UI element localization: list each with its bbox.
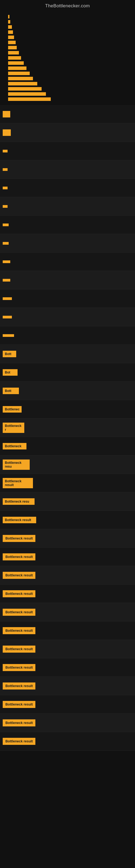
chart-bar-fill: [8, 87, 42, 91]
result-item: [0, 289, 135, 308]
result-item: Bottleneck result: [0, 732, 135, 750]
chart-bar-row: [8, 35, 131, 39]
orange-label: [3, 187, 8, 189]
chart-bar-fill: [8, 51, 19, 55]
orange-label: Bottleneck result: [3, 664, 35, 671]
chart-bar-fill: [8, 82, 37, 86]
result-item: Bottleneck result: [0, 640, 135, 658]
chart-bar-fill: [8, 41, 16, 44]
chart-bar-fill: [8, 20, 10, 24]
result-item: Bottleneck result: [0, 566, 135, 585]
orange-label: Bottleneck result: [3, 701, 35, 708]
page-wrapper: TheBottlenecker.com: [0, 0, 135, 868]
result-item: Bottleneck r: [0, 418, 135, 437]
result-item: [0, 197, 135, 216]
result-item: Bottleneck resu: [0, 492, 135, 511]
result-item: Bottleneck resu: [0, 456, 135, 474]
result-item: [0, 252, 135, 271]
result-item: [0, 142, 135, 160]
result-item-2176: Bottleneck result: [0, 529, 135, 548]
chart-bar-fill: [8, 35, 14, 39]
chart-bar-row: [8, 15, 131, 19]
chart-bar-row: [8, 51, 131, 55]
orange-label: [3, 316, 12, 318]
chart-bar-fill: [8, 77, 33, 80]
chart-bar-row: [8, 20, 131, 24]
result-item: [0, 308, 135, 326]
chart-bar-row: [8, 72, 131, 75]
chart-bar-row: [8, 46, 131, 50]
orange-label: Bottleneck result: [3, 627, 35, 634]
chart-bar-row: [8, 41, 131, 44]
orange-label: [3, 279, 10, 282]
orange-label: Bottleneck result: [3, 738, 35, 745]
orange-label: Bot: [3, 369, 17, 376]
chart-bar-fill: [8, 30, 13, 34]
orange-label: Bottleneck resu: [3, 498, 35, 505]
result-item: Bottleneck result: [0, 714, 135, 732]
orange-label: [3, 205, 8, 208]
result-item: Bottlenec: [0, 400, 135, 418]
result-item: Bott: [0, 345, 135, 363]
orange-label: [3, 242, 9, 245]
result-item: [0, 271, 135, 289]
orange-label: Bottlenec: [3, 406, 21, 412]
orange-label: Bottleneck result: [3, 646, 35, 653]
result-item: [0, 123, 135, 142]
result-item: [0, 216, 135, 234]
orange-label: Bott: [3, 351, 16, 357]
result-item: Bottleneck result: [0, 603, 135, 621]
chart-bar-fill: [8, 61, 24, 65]
orange-label: Bottleneck result: [3, 590, 35, 597]
chart-bar-row: [8, 30, 131, 34]
result-item: Bottleneck result: [0, 621, 135, 640]
chart-bar-row: [8, 87, 131, 91]
chart-bar-row: [8, 66, 131, 70]
orange-label: Bottleneck result: [3, 609, 35, 616]
chart-bar-fill: [8, 97, 51, 101]
orange-label: Bottleneck result: [3, 478, 33, 488]
result-item: Bott: [0, 382, 135, 400]
result-item: [0, 326, 135, 345]
orange-label: Bottleneck: [3, 443, 27, 450]
chart-bar-row: [8, 77, 131, 80]
orange-label: [3, 334, 14, 337]
chart-bar-fill: [8, 92, 46, 96]
orange-label: Bottleneck result: [3, 682, 35, 689]
orange-label: [3, 129, 11, 136]
result-item: [0, 105, 135, 123]
orange-label: Bottleneck result: [3, 553, 35, 560]
chart-bar-row: [8, 56, 131, 60]
chart-bar-row: [8, 25, 131, 29]
result-item: Bottleneck result: [0, 658, 135, 677]
orange-label: Bottleneck r: [3, 423, 24, 433]
result-item: Bottleneck: [0, 437, 135, 456]
result-item: [0, 160, 135, 179]
result-item: Bottleneck result: [0, 548, 135, 566]
orange-label: Bott: [3, 388, 19, 394]
chart-bar-fill: [8, 25, 12, 29]
result-item: Bottleneck result: [0, 677, 135, 695]
chart-bar-row: [8, 82, 131, 86]
chart-bar-fill: [8, 15, 9, 19]
chart-bar-row: [8, 97, 131, 101]
chart-bar-fill: [8, 72, 30, 75]
chart-bar-row: [8, 92, 131, 96]
result-item: Bottleneck result: [0, 511, 135, 529]
orange-label: [3, 150, 8, 152]
orange-label: [3, 223, 9, 226]
result-item: [0, 234, 135, 252]
chart-bar-fill: [8, 56, 21, 60]
chart-bar-fill: [8, 46, 17, 50]
orange-label: [3, 168, 8, 171]
site-title: TheBottlenecker.com: [0, 0, 135, 11]
orange-label: [3, 260, 10, 263]
orange-label: Bottleneck result: [3, 535, 35, 542]
chart-bar-fill: [8, 66, 27, 70]
orange-label: Bottleneck result: [3, 719, 35, 726]
result-item: Bottleneck result: [0, 695, 135, 714]
orange-label: Bottleneck result: [3, 572, 35, 579]
result-item: Bot: [0, 363, 135, 382]
orange-label: [3, 111, 10, 118]
result-item: Bottleneck result: [0, 474, 135, 492]
